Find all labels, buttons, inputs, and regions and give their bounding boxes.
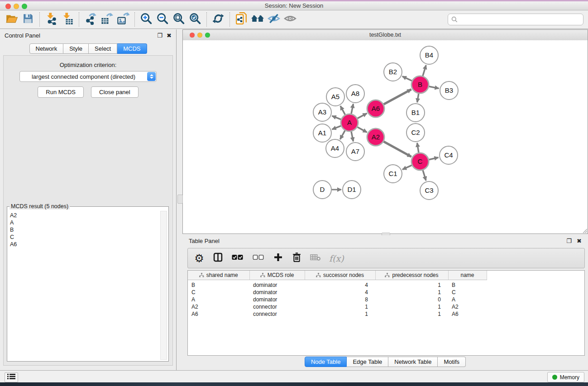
table-cell[interactable]: 1 <box>305 310 375 318</box>
table-cell[interactable]: A <box>448 296 487 303</box>
network-window-titlebar[interactable]: testGlobe.txt <box>183 30 588 41</box>
graph-node-A2[interactable]: A2 <box>367 129 384 146</box>
graph-edge-C-C1[interactable] <box>402 165 412 169</box>
hide-graphics-details-button[interactable] <box>266 11 282 28</box>
tab-mcds[interactable]: MCDS <box>117 43 147 54</box>
graph-node-A5[interactable]: A5 <box>326 88 344 106</box>
graph-edge-C-C2[interactable] <box>417 143 419 153</box>
graph-node-C1[interactable]: C1 <box>384 165 402 183</box>
tab-edge-table[interactable]: Edge Table <box>347 357 388 367</box>
table-row[interactable]: Adominator80A <box>188 296 584 303</box>
search-input[interactable] <box>459 16 583 23</box>
import-table-button[interactable] <box>59 11 76 28</box>
table-cell[interactable]: dominator <box>249 289 305 296</box>
open-session-button[interactable] <box>4 11 20 28</box>
mcds-result-item[interactable]: A6 <box>8 241 168 248</box>
graph-node-B[interactable]: B <box>411 76 429 93</box>
graph-edge-A-A1[interactable] <box>332 126 341 129</box>
zoom-out-button[interactable] <box>154 11 171 28</box>
close-panel-button[interactable]: Close panel <box>91 86 139 98</box>
graph-node-B4[interactable]: B4 <box>420 46 438 64</box>
table-settings-button[interactable]: ⚙ <box>194 253 204 264</box>
table-row[interactable]: A6connector11A6 <box>188 310 584 318</box>
graph-edge-A-A3[interactable] <box>332 116 341 119</box>
table-cell[interactable]: B <box>188 280 249 289</box>
mcds-result-item[interactable]: A2 <box>8 212 168 219</box>
graph-edge-A-A2[interactable] <box>358 127 367 133</box>
graph-node-A3[interactable]: A3 <box>313 103 331 121</box>
criterion-dropdown[interactable]: largest connected component (directed) <box>19 71 157 82</box>
refresh-button[interactable] <box>210 11 226 28</box>
column-header-successor-nodes[interactable]: successor nodes <box>305 271 375 280</box>
zoom-in-button[interactable] <box>138 11 154 28</box>
table-cell[interactable]: 1 <box>375 303 448 310</box>
table-cell[interactable]: A2 <box>448 303 487 310</box>
graph-edge-B-B2[interactable] <box>402 76 412 81</box>
graph-node-C[interactable]: C <box>411 153 429 170</box>
mcds-result-item[interactable]: C <box>8 234 168 241</box>
graph-node-A4[interactable]: A4 <box>326 139 344 157</box>
home-button[interactable] <box>249 11 266 28</box>
table-row[interactable]: Cdominator41C <box>188 289 584 296</box>
delete-columns-button[interactable] <box>292 253 301 264</box>
graph-node-C2[interactable]: C2 <box>406 124 425 142</box>
column-header-name[interactable]: name <box>448 271 487 280</box>
table-cell[interactable]: A2 <box>188 303 249 310</box>
graph-edge-C-C4[interactable] <box>429 157 439 160</box>
tab-motifs[interactable]: Motifs <box>438 357 466 367</box>
graph-node-A1[interactable]: A1 <box>313 124 331 142</box>
table-cell[interactable]: 1 <box>375 289 448 296</box>
main-titlebar[interactable]: Session: New Session <box>0 1 588 10</box>
network-canvas[interactable]: B4B2BB3A5A8A6A3B1AA1C2A2A4A7C4CC1C3DD1 <box>183 40 588 234</box>
table-cell[interactable]: A <box>188 296 249 303</box>
table-cell[interactable]: 4 <box>305 280 375 289</box>
mcds-result-item[interactable]: A <box>8 219 168 226</box>
graph-edge-C-C3[interactable] <box>423 170 426 181</box>
result-list-scrollbar[interactable] <box>160 211 167 360</box>
graph-edge-A-A7[interactable] <box>351 132 353 142</box>
function-builder-button[interactable]: f(x) <box>329 253 344 264</box>
table-close-panel-icon[interactable]: ✖ <box>577 238 582 244</box>
graph-edge-A6-B[interactable] <box>384 90 411 105</box>
table-cell[interactable]: connector <box>249 303 305 310</box>
graph-node-A8[interactable]: A8 <box>346 85 364 103</box>
memory-button[interactable]: Memory <box>547 372 584 382</box>
vertical-split-handle[interactable] <box>177 195 183 204</box>
graph-node-A[interactable]: A <box>341 114 358 131</box>
float-panel-icon[interactable]: ❐ <box>157 32 163 39</box>
table-cell[interactable]: 1 <box>375 280 448 289</box>
table-cell[interactable]: 4 <box>305 289 375 296</box>
search-field[interactable] <box>448 14 583 25</box>
graph-node-A6[interactable]: A6 <box>367 100 384 117</box>
table-cell[interactable]: B <box>448 280 487 289</box>
show-graphics-details-button[interactable] <box>282 11 298 28</box>
task-history-button[interactable] <box>5 372 18 382</box>
table-cell[interactable]: C <box>188 289 249 296</box>
graph-node-C4[interactable]: C4 <box>440 146 458 164</box>
column-header-predecessor-nodes[interactable]: predecessor nodes <box>375 271 448 280</box>
table-row[interactable]: Bdominator41B <box>188 280 584 289</box>
column-header-MCDS-role[interactable]: MCDS role <box>249 271 305 280</box>
graph-node-B1[interactable]: B1 <box>406 104 425 122</box>
zoom-selected-button[interactable] <box>187 11 203 28</box>
zoom-fit-button[interactable] <box>171 11 187 28</box>
export-image-button[interactable] <box>115 11 131 28</box>
add-column-button[interactable] <box>273 253 283 264</box>
table-cell[interactable]: connector <box>249 310 305 318</box>
new-network-button[interactable] <box>233 11 249 28</box>
graph-node-A7[interactable]: A7 <box>346 143 364 161</box>
column-header-shared-name[interactable]: shared name <box>188 271 249 280</box>
select-all-columns-button[interactable] <box>231 253 244 264</box>
tab-style[interactable]: Style <box>63 43 89 54</box>
graph-edge-B-B1[interactable] <box>417 94 419 103</box>
resize-grip-icon[interactable] <box>582 228 588 234</box>
graph-node-D1[interactable]: D1 <box>343 181 361 199</box>
table-cell[interactable]: 1 <box>305 303 375 310</box>
graph-edge-B-B4[interactable] <box>423 65 426 76</box>
table-cell[interactable]: 1 <box>375 310 448 318</box>
table-cell[interactable]: dominator <box>249 296 305 303</box>
graph-node-D[interactable]: D <box>313 181 331 199</box>
tab-network[interactable]: Network <box>29 43 63 54</box>
graph-node-B3[interactable]: B3 <box>440 81 458 100</box>
mcds-result-item[interactable]: B <box>8 226 168 234</box>
